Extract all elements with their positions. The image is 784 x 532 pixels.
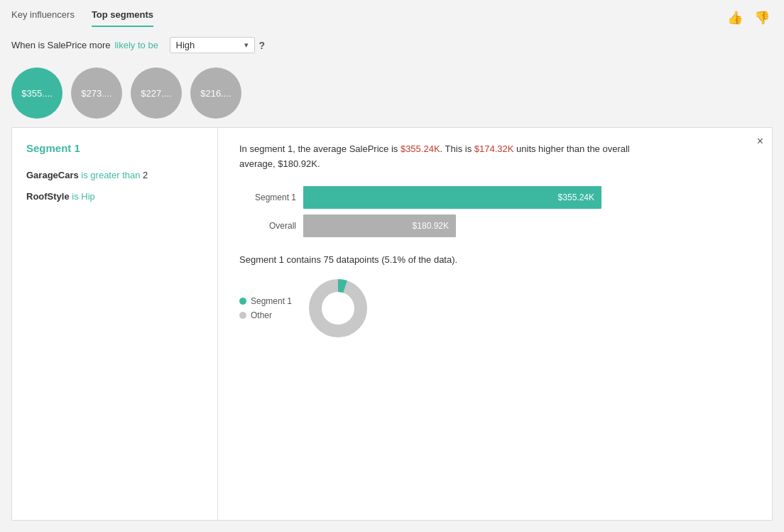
bar-overall-value: $180.92K: [413, 221, 449, 231]
condition-2: RoofStyle is Hip: [26, 190, 203, 204]
bar-segment-value: $355.24K: [558, 192, 594, 202]
bubble-2[interactable]: $273....: [71, 67, 122, 119]
tab-top-segments[interactable]: Top segments: [92, 9, 153, 27]
datapoints-text: Segment 1 contains 75 datapoints (5.1% o…: [239, 254, 751, 265]
bubble-1-label: $355....: [21, 88, 52, 99]
desc-diff-value: $174.32K: [474, 143, 514, 154]
filter-row: When is SalePrice more likely to be High…: [0, 27, 784, 62]
bar-overall: $180.92K: [303, 215, 456, 237]
legend-item-segment: Segment 1: [239, 296, 292, 306]
condition-2-field: RoofStyle: [26, 191, 70, 202]
desc-segment-value: $355.24K: [401, 143, 440, 154]
bubble-2-label: $273....: [81, 88, 111, 99]
legend-item-other: Other: [239, 310, 292, 320]
thumbs-up-button[interactable]: 👍: [724, 9, 746, 27]
filter-highlight: likely to be: [114, 40, 158, 50]
desc-prefix: In segment 1, the average SalePrice is: [239, 143, 401, 154]
close-button[interactable]: ×: [757, 135, 763, 148]
legend-label-segment: Segment 1: [251, 296, 292, 306]
bar-container-overall: $180.92K: [303, 215, 751, 237]
bar-container-segment: $355.24K: [303, 186, 751, 209]
help-icon[interactable]: ?: [259, 40, 266, 51]
filter-dropdown[interactable]: High ▾: [170, 37, 255, 53]
bar-row-segment: Segment 1 $355.24K: [239, 186, 751, 209]
legend-label-other: Other: [251, 310, 272, 320]
desc-overall-value: $180.92K: [278, 158, 317, 169]
filter-be-label: [163, 40, 165, 50]
bar-label-overall: Overall: [239, 221, 296, 231]
main-area: Segment 1 GarageCars is greater than 2 R…: [0, 127, 784, 532]
condition-2-val-text: Hip: [81, 191, 95, 202]
legend: Segment 1 Other: [239, 296, 292, 320]
app-container: Key influencers Top segments 👍 👎 When is…: [0, 0, 784, 532]
condition-2-operator: is: [72, 191, 81, 202]
bubble-3-label: $227....: [141, 88, 171, 99]
desc-suffix1: units higher than the overall: [513, 143, 629, 154]
bubble-3[interactable]: $227....: [131, 67, 182, 119]
left-panel: Segment 1 GarageCars is greater than 2 R…: [12, 128, 218, 520]
tabs-row: Key influencers Top segments 👍 👎: [0, 0, 784, 27]
thumbs-up-icon: 👍: [727, 11, 743, 25]
segment-title: Segment 1: [26, 142, 203, 154]
chevron-down-icon: ▾: [244, 40, 249, 50]
tabs: Key influencers Top segments: [11, 9, 153, 27]
bar-row-overall: Overall $180.92K: [239, 215, 751, 237]
desc-suffix2: average,: [239, 158, 278, 169]
description-text: In segment 1, the average SalePrice is $…: [239, 142, 751, 172]
thumbs-down-button[interactable]: 👎: [751, 9, 773, 27]
filter-prefix: When is SalePrice more: [11, 40, 110, 50]
donut-svg: [306, 276, 370, 340]
bubble-4[interactable]: $216....: [190, 67, 241, 119]
desc-middle: . This is: [440, 143, 474, 154]
bar-label-segment: Segment 1: [239, 192, 296, 202]
bubble-1[interactable]: $355....: [11, 67, 62, 119]
condition-1-value: 2: [143, 170, 148, 180]
bar-segment: $355.24K: [303, 186, 601, 209]
bubble-4-label: $216....: [200, 88, 231, 99]
legend-dot-segment: [239, 298, 246, 305]
legend-dot-other: [239, 312, 246, 319]
tab-key-influencers[interactable]: Key influencers: [11, 9, 75, 27]
right-panel: × In segment 1, the average SalePrice is…: [218, 128, 772, 520]
bar-section: Segment 1 $355.24K Overall $180.92K: [239, 186, 751, 237]
thumbs-down-icon: 👎: [754, 11, 770, 25]
legend-donut-row: Segment 1 Other: [239, 276, 751, 340]
condition-1: GarageCars is greater than 2: [26, 168, 203, 183]
donut-chart: [306, 276, 370, 340]
donut-hole: [322, 293, 354, 324]
header-actions: 👍 👎: [724, 9, 773, 27]
dropdown-value: High: [176, 40, 239, 50]
condition-1-field: GarageCars: [26, 170, 79, 180]
desc-period: .: [317, 158, 320, 169]
condition-1-op-text: is greater than: [81, 170, 143, 180]
bubbles-row: $355.... $273.... $227.... $216....: [0, 62, 784, 127]
panel: Segment 1 GarageCars is greater than 2 R…: [11, 127, 773, 521]
